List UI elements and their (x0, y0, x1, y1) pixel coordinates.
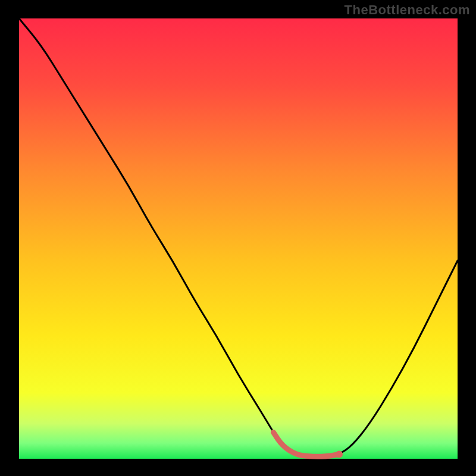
bottleneck-curve-chart (0, 0, 476, 476)
optimal-point-marker (336, 451, 343, 458)
watermark-text: TheBottleneck.com (345, 2, 470, 18)
plot-background (19, 18, 458, 459)
chart-frame: TheBottleneck.com (0, 0, 476, 476)
